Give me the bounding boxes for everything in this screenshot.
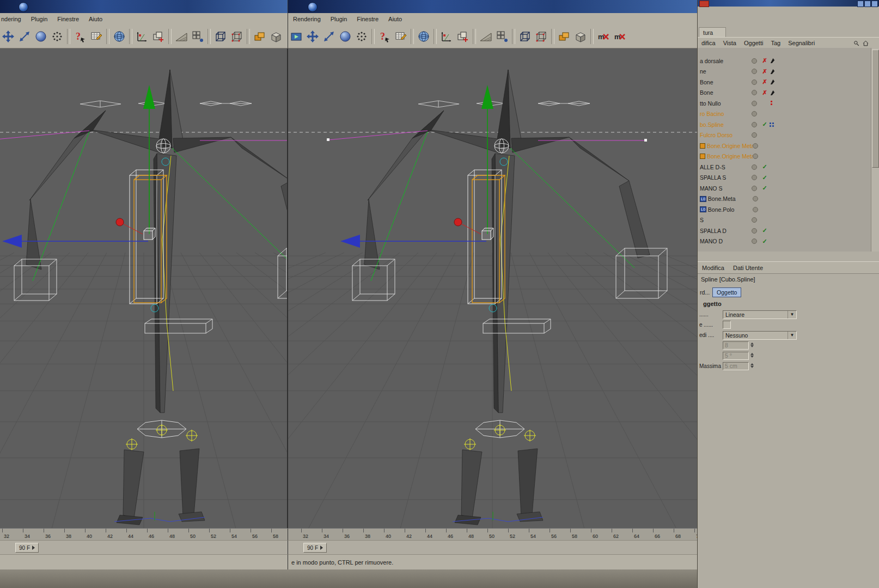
visibility-mark[interactable]: ✓ [761,227,768,234]
close-icon[interactable] [699,1,709,7]
play-icon[interactable] [320,546,323,550]
window2-frame-track[interactable]: 90 F [288,540,698,555]
menu-modifica[interactable]: difica [698,40,719,46]
stepper-icon[interactable] [749,341,755,350]
window-button[interactable] [871,1,878,7]
enable-dot-icon[interactable] [752,122,757,127]
visibility-mark[interactable]: ✗ [761,89,768,96]
object-item[interactable]: bo.Spline ✓ [698,119,871,130]
visibility-mark[interactable]: ✓ [761,121,768,128]
coordinates-icon[interactable] [438,27,455,46]
interpolation-dropdown[interactable]: Lineare ▼ [723,310,797,319]
visibility-mark[interactable]: ✓ [761,163,768,170]
point-mode-icon[interactable] [49,27,65,46]
mode-dropdown[interactable]: Nessuno ▼ [723,331,797,340]
tab-oggetto[interactable]: Oggetto [712,287,741,297]
object-item[interactable]: a dorsale ✗ [698,56,871,66]
scrollbar-thumb[interactable] [872,50,879,168]
model-sphere-icon[interactable] [337,27,353,46]
red-dots-icon[interactable] [770,100,773,107]
menu-rendering[interactable]: Rendering [288,16,326,22]
enable-dot-icon[interactable] [752,217,757,223]
visibility-mark[interactable]: ✓ [761,185,768,192]
scale-tool-icon[interactable] [321,27,337,46]
internet-icon[interactable] [416,27,432,46]
spreadsheet-icon[interactable] [88,27,105,46]
enable-dot-icon[interactable] [752,69,757,74]
stepper-icon[interactable] [749,352,755,360]
menu-plugin[interactable]: Plugin [326,16,352,22]
orange-boxes-icon[interactable] [252,27,268,46]
object-item[interactable]: Bone.Origine Meta [698,151,871,162]
menu-aiuto[interactable]: Aiuto [383,16,407,22]
object-item[interactable]: ro Bacino [698,109,871,120]
object-item[interactable]: L0 Bone.Meta [698,194,871,205]
tab-struttura[interactable]: tura [699,27,726,37]
search-icon[interactable] [853,40,860,47]
menu-plugin[interactable]: Plugin [26,16,53,22]
enable-dot-icon[interactable] [752,238,757,244]
object-list-scrollbar[interactable] [871,48,879,252]
chevron-down-icon[interactable]: ▼ [788,332,796,339]
cube-solid-icon[interactable] [268,27,284,46]
point-mode-icon[interactable] [353,27,370,46]
cube-wire-icon[interactable] [517,27,533,46]
enable-dot-icon[interactable] [753,143,758,149]
viewport-canvas[interactable] [0,48,697,528]
enable-dot-icon[interactable] [753,207,758,212]
visibility-mark[interactable]: ✗ [761,57,768,64]
scale-tool-icon[interactable] [16,27,33,46]
object-item[interactable]: Bone ✗ [698,77,871,88]
window2-titlebar[interactable] [288,0,698,13]
menu-rendering[interactable]: ndering [0,16,26,22]
cube-solid-icon[interactable] [572,27,589,46]
menu-aiuto[interactable]: Aiuto [84,16,107,22]
visibility-mark[interactable]: ✗ [761,68,768,75]
angle-field[interactable]: 5 ° [723,352,749,360]
object-item[interactable]: SPALLA D ✓ [698,225,871,236]
frame-slider[interactable]: 90 F [303,543,327,553]
point-selection-icon[interactable] [770,121,774,128]
object-item[interactable]: ALLE D-S ✓ [698,162,871,173]
wedge-icon[interactable] [478,27,494,46]
home-icon[interactable] [862,40,869,47]
menu-dati-utente[interactable]: Dati Utente [729,265,767,271]
window1-timeline-ruler[interactable]: 3234363840424446485052545658 [0,528,290,541]
play-icon[interactable] [32,546,35,550]
enable-dot-icon[interactable] [752,79,757,85]
number-field[interactable]: 8 [723,341,749,350]
menu-finestre[interactable]: Finestre [52,16,84,22]
object-item[interactable]: Bone ✗ [698,88,871,99]
enable-dot-icon[interactable] [752,186,757,191]
object-item[interactable]: L0 Bone.Polo [698,204,871,215]
visibility-mark[interactable]: ✗ [761,78,768,85]
length-field[interactable]: 5 cm [723,362,749,370]
window2-timeline-ruler[interactable]: 3234363840424446485052545658606264666870 [288,528,711,541]
menu-oggetti[interactable]: Oggetti [740,40,767,46]
move-tool-icon[interactable] [304,27,321,46]
enable-dot-icon[interactable] [752,111,757,117]
menu-segnalibri[interactable]: Segnalibri [784,40,819,46]
stepper-icon[interactable] [749,362,755,371]
cube-points-icon[interactable] [229,27,245,46]
visibility-mark[interactable]: ✓ [761,238,768,245]
option-checkbox[interactable] [723,321,731,329]
orange-boxes-icon[interactable] [556,27,572,46]
enable-dot-icon[interactable] [752,101,757,106]
enable-dot-icon[interactable] [752,175,757,180]
3d-scene[interactable] [0,48,697,528]
window-button[interactable] [864,1,871,7]
mx-icon[interactable] [595,27,612,46]
window1-frame-track[interactable]: 90 F [0,540,288,555]
menu-finestre[interactable]: Finestre [352,16,383,22]
mx-icon[interactable] [612,27,628,46]
enable-dot-icon[interactable] [752,58,757,64]
object-list[interactable]: a dorsale ✗ ne ✗ Bone ✗ Bone ✗ [698,48,871,252]
add-object-icon[interactable] [150,27,167,46]
menu-tag[interactable]: Tag [767,40,784,46]
internet-icon[interactable] [111,27,127,46]
object-item[interactable]: MANO D ✓ [698,236,871,247]
object-item[interactable]: ne ✗ [698,66,871,77]
cube-points-icon[interactable] [533,27,550,46]
menu-modifica[interactable]: Modifica [698,265,729,271]
